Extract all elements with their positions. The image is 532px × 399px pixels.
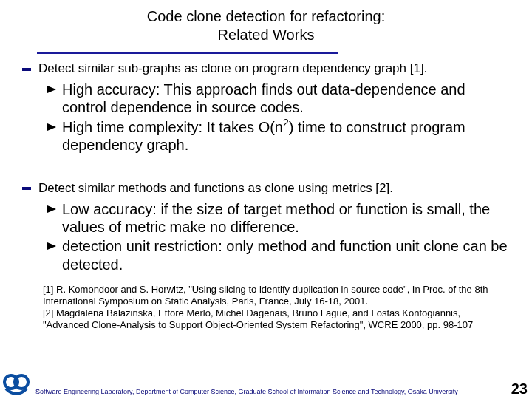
slide-title: Code clone detection for refactoring: Re…: [15, 7, 517, 44]
svg-marker-1: [47, 123, 56, 131]
dash-bullet-icon: [21, 61, 33, 73]
list-item: detection unit restriction: only method …: [47, 237, 511, 273]
svg-marker-0: [47, 86, 56, 93]
section-heading: Detect similar methods and functions as …: [21, 181, 517, 196]
sub-list: Low accuracy: if the size of target meth…: [47, 200, 511, 274]
list-item: High accuracy: This approach finds out d…: [47, 81, 511, 117]
dash-bullet-icon: [21, 181, 33, 193]
university-logo-icon: [1, 371, 31, 398]
triangle-bullet-icon: [47, 237, 56, 250]
sub-list: High accuracy: This approach finds out d…: [47, 81, 511, 154]
page-number: 23: [511, 381, 532, 398]
triangle-bullet-icon: [47, 81, 56, 93]
list-item: Low accuracy: if the size of target meth…: [47, 200, 511, 236]
section-heading: Detect similar sub-graphs as clone on pr…: [21, 61, 517, 76]
point-text: High time complexity: It takes O(n2) tim…: [62, 118, 511, 154]
svg-marker-2: [47, 205, 56, 213]
reference-item: [1] R. Komondoor and S. Horwitz, "Using …: [43, 284, 502, 307]
title-line1: Code clone detection for refactoring:: [147, 8, 385, 24]
slide: Code clone detection for refactoring: Re…: [0, 0, 532, 399]
point-text: High accuracy: This approach finds out d…: [62, 81, 511, 117]
references: [1] R. Komondoor and S. Horwitz, "Using …: [43, 284, 502, 330]
divider: [37, 52, 338, 54]
triangle-bullet-icon: [47, 200, 56, 213]
point-text: Low accuracy: if the size of target meth…: [62, 200, 511, 236]
footer: Software Engineering Laboratory, Departm…: [0, 371, 532, 398]
title-line2: Related Works: [218, 27, 315, 43]
spacer: [15, 165, 517, 181]
heading-text: Detect similar sub-graphs as clone on pr…: [38, 61, 427, 76]
footer-credit: Software Engineering Laboratory, Departm…: [31, 388, 511, 398]
point-text: detection unit restriction: only method …: [62, 237, 511, 273]
list-item: High time complexity: It takes O(n2) tim…: [47, 118, 511, 154]
triangle-bullet-icon: [47, 118, 56, 131]
svg-marker-3: [47, 242, 56, 250]
heading-text: Detect similar methods and functions as …: [38, 181, 393, 196]
reference-item: [2] Magdalena Balazinska, Ettore Merlo, …: [43, 307, 502, 331]
